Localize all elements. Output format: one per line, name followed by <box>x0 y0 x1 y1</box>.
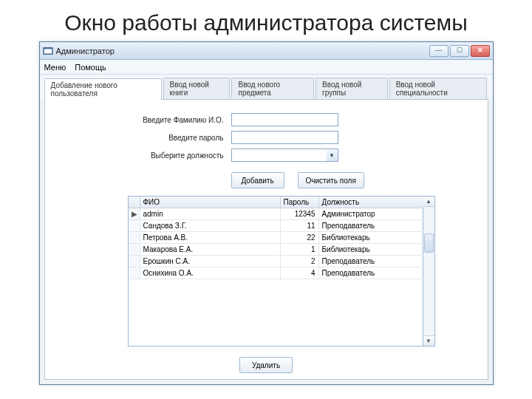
cell-fio: Сандова З.Г. <box>140 220 281 232</box>
menubar: Меню Помощь <box>40 60 493 75</box>
table-row[interactable]: Сандова З.Г. 11 Преподаватель <box>129 220 423 232</box>
row-indicator-icon <box>129 220 140 232</box>
cell-password: 1 <box>281 244 319 256</box>
grid-header-selector <box>129 197 140 208</box>
fio-label: Введите Фамилию И.О. <box>54 116 231 124</box>
grid-header-password[interactable]: Пароль <box>281 197 319 208</box>
row-indicator-icon <box>129 267 140 279</box>
grid-header: ФИО Пароль Должность <box>129 197 423 208</box>
users-grid[interactable]: ФИО Пароль Должность ▶ admin 12345 Админ… <box>128 196 423 347</box>
scroll-track[interactable] <box>423 207 434 335</box>
cell-role: Администратор <box>319 208 424 220</box>
minimize-button[interactable]: — <box>429 45 449 57</box>
password-label: Введите пароль <box>54 134 231 142</box>
delete-button[interactable]: Удалить <box>239 357 293 373</box>
grid-empty-area <box>129 279 423 346</box>
maximize-button[interactable]: ☐ <box>450 45 469 57</box>
cell-fio: Макарова Е.А. <box>140 244 281 256</box>
row-indicator-icon <box>129 232 140 244</box>
grid-header-fio[interactable]: ФИО <box>140 197 281 208</box>
tab-new-group[interactable]: Ввод новой группы <box>316 78 388 99</box>
window-controls: — ☐ ✕ <box>429 45 490 57</box>
admin-window: Администратор — ☐ ✕ Меню Помощь Добавлен… <box>39 41 494 385</box>
password-input[interactable] <box>231 131 338 144</box>
cell-fio: Ерошкин С.А. <box>140 256 281 267</box>
window-title: Администратор <box>56 47 429 55</box>
grid-vertical-scrollbar[interactable]: ▲ ▼ <box>423 196 435 347</box>
cell-fio: Петрова А.В. <box>140 232 281 244</box>
cell-role: Библиотекарь <box>319 244 424 256</box>
cell-password: 12345 <box>281 208 319 220</box>
cell-password: 4 <box>281 267 319 279</box>
slide-title: Окно работы администратора системы <box>0 10 532 35</box>
scroll-up-icon[interactable]: ▲ <box>423 197 434 207</box>
table-row[interactable]: Ерошкин С.А. 2 Преподаватель <box>129 256 423 267</box>
add-button[interactable]: Добавить <box>231 172 284 188</box>
tab-new-book[interactable]: Ввод новой книги <box>163 78 231 99</box>
grid-header-role[interactable]: Должность <box>319 197 424 208</box>
table-row[interactable]: Макарова Е.А. 1 Библиотекарь <box>129 244 423 256</box>
row-indicator-icon: ▶ <box>129 208 140 220</box>
table-row[interactable]: Оснихина О.А. 4 Преподаватель <box>129 267 423 279</box>
cell-role: Преподаватель <box>319 220 424 232</box>
svg-rect-1 <box>44 49 52 53</box>
scroll-down-icon[interactable]: ▼ <box>423 335 434 346</box>
cell-role: Библиотекарь <box>319 232 424 244</box>
fio-input[interactable] <box>231 113 338 126</box>
chevron-down-icon[interactable]: ▼ <box>327 149 338 162</box>
row-indicator-icon <box>129 244 140 256</box>
scroll-thumb[interactable] <box>424 233 434 253</box>
tab-add-user[interactable]: Добавление нового пользователя <box>44 78 162 100</box>
role-label: Выберите должность <box>54 151 231 160</box>
tabpanel-add-user: Введите Фамилию И.О. Введите пароль Выбе… <box>44 99 488 380</box>
role-combobox[interactable] <box>231 149 338 162</box>
cell-fio: admin <box>140 208 281 220</box>
close-button[interactable]: ✕ <box>471 45 490 57</box>
titlebar: Администратор — ☐ ✕ <box>40 42 493 60</box>
tabstrip: Добавление нового пользователя Ввод ново… <box>40 75 493 99</box>
tab-new-speciality[interactable]: Ввод новой специальности <box>389 78 487 99</box>
cell-fio: Оснихина О.А. <box>140 267 281 279</box>
table-row[interactable]: Петрова А.В. 22 Библиотекарь <box>129 232 423 244</box>
menu-help[interactable]: Помощь <box>75 63 106 72</box>
row-indicator-icon <box>129 256 140 267</box>
cell-password: 11 <box>281 220 319 232</box>
app-icon <box>43 46 53 56</box>
table-row[interactable]: ▶ admin 12345 Администратор <box>129 208 423 220</box>
cell-password: 2 <box>281 256 319 267</box>
cell-role: Преподаватель <box>319 256 424 267</box>
cell-password: 22 <box>281 232 319 244</box>
menu-main[interactable]: Меню <box>44 63 66 72</box>
tab-new-subject[interactable]: Ввод нового предмета <box>231 78 314 99</box>
users-grid-wrap: ФИО Пароль Должность ▶ admin 12345 Админ… <box>128 196 479 347</box>
cell-role: Преподаватель <box>319 267 424 279</box>
clear-button[interactable]: Очистить поля <box>298 172 364 188</box>
